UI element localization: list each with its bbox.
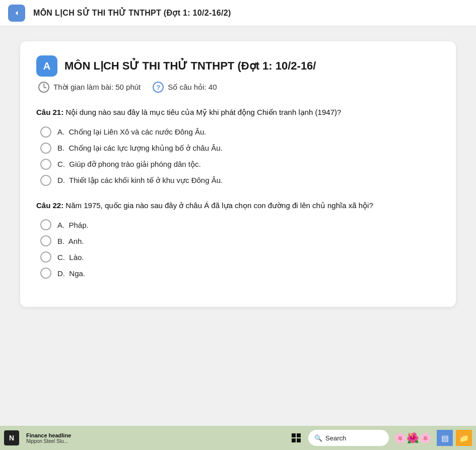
radio-22-d[interactable] [40, 268, 51, 279]
meta-row: Thời gian làm bài: 50 phút ? Số câu hỏi:… [36, 82, 440, 93]
time-meta: Thời gian làm bài: 50 phút [38, 82, 141, 93]
option-22-b[interactable]: B. Anh. [40, 235, 440, 246]
question-icon: ? [153, 82, 164, 93]
card-header: A MÔN LỊCH SỬ THI THỬ TNTHPT (Đợt 1: 10/… [36, 55, 440, 77]
taskbar-news: Finance headline Nippon Steel Slu... [22, 432, 83, 444]
top-bar: MÔN LỊCH SỬ THI THỬ TNTHPT (Đợt 1: 10/2-… [0, 0, 476, 26]
radio-22-b[interactable] [40, 235, 51, 246]
back-button[interactable] [8, 5, 25, 22]
question-21-block: Câu 21: Nội dung nào sau đây là mục tiêu… [36, 107, 440, 186]
question-22-label: Câu 22: [36, 201, 63, 210]
file-icon[interactable]: ▤ [437, 430, 453, 446]
radio-21-a[interactable] [40, 126, 51, 138]
card-title: MÔN LỊCH SỬ THI THỬ TNTHPT (Đợt 1: 10/2-… [64, 59, 316, 73]
option-21-d-label: D. Thiết lập các khối kinh tế ở khu vực … [57, 176, 223, 185]
question-22-block: Câu 22: Năm 1975, quốc gia nào sau đây ở… [36, 200, 440, 279]
option-21-a[interactable]: A. Chống lại Liên Xô và các nước Đông Âu… [40, 126, 440, 138]
question-count-meta: ? Số câu hỏi: 40 [153, 82, 217, 93]
question-21-text: Câu 21: Nội dung nào sau đây là mục tiêu… [36, 107, 440, 118]
option-22-c[interactable]: C. Lào. [40, 251, 440, 263]
radio-22-c[interactable] [40, 251, 51, 263]
news-title: Finance headline [26, 432, 79, 438]
main-content: A MÔN LỊCH SỬ THI THỬ TNTHPT (Đợt 1: 10/… [0, 26, 476, 426]
question-21-label: Câu 21: [36, 108, 63, 116]
option-21-c[interactable]: C. Giúp đỡ phong trào giải phóng dân tộc… [40, 159, 440, 170]
news-icon: N [4, 430, 19, 445]
radio-21-c[interactable] [40, 159, 51, 170]
question-21-options: A. Chống lại Liên Xô và các nước Đông Âu… [36, 126, 440, 186]
search-label: Search [325, 434, 346, 442]
search-icon: 🔍 [314, 434, 322, 442]
radio-21-b[interactable] [40, 143, 51, 154]
option-22-a[interactable]: A. Pháp. [40, 219, 440, 230]
clock-icon [38, 82, 49, 93]
option-21-b-label: B. Chống lại các lực lượng khủng bố ở ch… [57, 144, 223, 153]
windows-button[interactable] [287, 429, 305, 447]
radio-21-d[interactable] [40, 175, 51, 186]
question-22-options: A. Pháp. B. Anh. C. Lào. D. Nga. [36, 219, 440, 279]
option-21-c-label: C. Giúp đỡ phong trào giải phóng dân tộc… [57, 160, 201, 169]
question-22-text: Câu 22: Năm 1975, quốc gia nào sau đây ở… [36, 200, 440, 212]
option-21-d[interactable]: D. Thiết lập các khối kinh tế ở khu vực … [40, 175, 440, 186]
radio-22-a[interactable] [40, 219, 51, 230]
taskbar: N Finance headline Nippon Steel Slu... 🔍… [0, 426, 476, 450]
top-bar-title: MÔN LỊCH SỬ THI THỬ TNTHPT (Đợt 1: 10/2-… [33, 8, 231, 18]
news-sub: Nippon Steel Slu... [26, 438, 79, 444]
option-22-a-label: A. Pháp. [57, 221, 89, 229]
option-22-d-label: D. Nga. [57, 269, 85, 278]
folder-icon[interactable]: 📁 [456, 430, 472, 446]
exam-card: A MÔN LỊCH SỬ THI THỬ TNTHPT (Đợt 1: 10/… [20, 41, 456, 307]
flowers-decoration: 🌸🌺🌸 [392, 432, 434, 444]
card-icon: A [36, 55, 57, 77]
option-21-a-label: A. Chống lại Liên Xô và các nước Đông Âu… [57, 127, 207, 137]
time-label: Thời gian làm bài: 50 phút [53, 83, 141, 92]
option-21-b[interactable]: B. Chống lại các lực lượng khủng bố ở ch… [40, 143, 440, 154]
option-22-c-label: C. Lào. [57, 253, 84, 262]
question-count-label: Số câu hỏi: 40 [168, 83, 217, 92]
search-bar[interactable]: 🔍 Search [308, 430, 389, 446]
option-22-d[interactable]: D. Nga. [40, 268, 440, 279]
option-22-b-label: B. Anh. [57, 237, 84, 245]
windows-icon [292, 433, 301, 442]
